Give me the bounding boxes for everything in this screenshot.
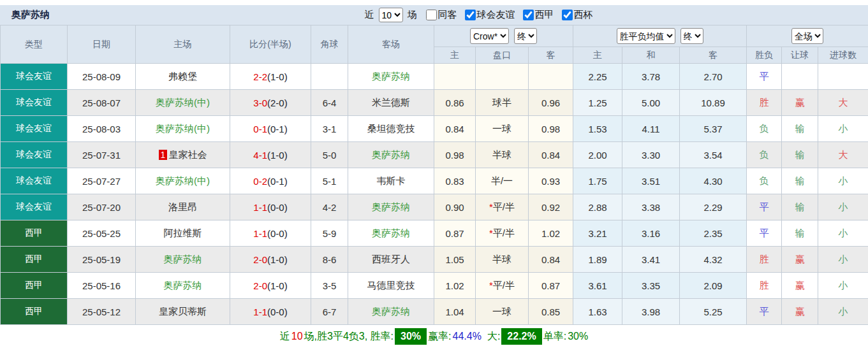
score-cell: 2-0(1-0) xyxy=(230,247,311,273)
same-venue-label: 同客 xyxy=(438,9,457,21)
filter-friendly-label: 球会友谊 xyxy=(477,9,515,21)
mean-draw-cell: 5.00 xyxy=(622,90,680,116)
result-cell: 胜 xyxy=(747,90,782,116)
fulltime-score: 4-1 xyxy=(253,150,267,161)
mean-home-cell: 1.53 xyxy=(573,116,622,142)
corners-cell xyxy=(311,64,348,90)
summary-recent-count: 10 xyxy=(291,331,303,342)
home-team-name: 奥萨苏纳 xyxy=(164,280,202,291)
match-type-cell: 球会友谊 xyxy=(1,116,68,142)
same-venue-checkbox[interactable] xyxy=(426,10,437,20)
crow-away-odds-cell: 0.93 xyxy=(529,168,573,194)
fulltime-score: 1-1 xyxy=(253,306,267,317)
score-cell: 0-1(0-1) xyxy=(230,116,311,142)
away-team-cell: 奥萨苏纳 xyxy=(348,194,434,220)
single-label: 单率: xyxy=(543,330,566,343)
table-row: 球会友谊25-07-311皇家社会4-1(1-0)5-0奥萨苏纳0.98半球0.… xyxy=(1,142,868,168)
crow-away-odds-cell xyxy=(529,64,573,90)
corners-cell: 5-1 xyxy=(311,168,348,194)
table-row: 西甲25-05-25阿拉维斯1-1(0-0)5-9奥萨苏纳0.87*平/半1.0… xyxy=(1,220,868,247)
home-team-cell: 奥萨苏纳 xyxy=(136,273,230,299)
match-type-cell: 球会友谊 xyxy=(1,168,68,194)
home-team-cell: 奥萨苏纳(中) xyxy=(136,168,230,194)
home-team-cell: 皇家贝蒂斯 xyxy=(136,299,230,325)
crow-home-odds-cell: 1.02 xyxy=(434,273,476,299)
filter-laliga-checkbox[interactable] xyxy=(523,10,534,20)
crow-away-odds-cell: 0.84 xyxy=(529,142,573,168)
odds-state-select[interactable]: 终 xyxy=(514,28,537,44)
corners-cell: 3-1 xyxy=(311,116,348,142)
crow-away-odds-cell: 0.85 xyxy=(529,299,573,325)
mean-draw-cell: 3.30 xyxy=(622,142,680,168)
table-row: 西甲25-05-12皇家贝蒂斯1-1(0-0)6-7奥萨苏纳1.04一球0.85… xyxy=(1,299,868,325)
goals-result-cell: 小 xyxy=(818,273,868,299)
table-row: 球会友谊25-07-27奥萨苏纳(中)0-2(0-1)5-1韦斯卡0.83半/一… xyxy=(1,168,868,194)
mean-away-cell: 4.30 xyxy=(680,168,747,194)
subcol-mean-home: 主 xyxy=(573,47,622,64)
mean-away-cell: 2.09 xyxy=(680,273,747,299)
corners-cell: 5-9 xyxy=(311,220,348,247)
halftime-score: (1-0) xyxy=(267,254,288,265)
goals-result-cell: 小 xyxy=(818,116,868,142)
crow-home-odds-cell: 1.04 xyxy=(434,299,476,325)
handicap-cell: 半/一 xyxy=(476,168,529,194)
col-home: 主场 xyxy=(136,25,230,64)
match-type-cell: 西甲 xyxy=(1,273,68,299)
away-team-cell: 奥萨苏纳 xyxy=(348,220,434,247)
date-cell: 25-07-20 xyxy=(68,194,136,220)
fulltime-score: 2-0 xyxy=(253,254,267,265)
table-row: 球会友谊25-08-03奥萨苏纳(中)0-1(0-1)3-1桑坦德竞技0.84一… xyxy=(1,116,868,142)
halftime-score: (1-0) xyxy=(267,150,288,161)
mean-state-select[interactable]: 终 xyxy=(680,28,703,44)
page-title: 奥萨苏纳 xyxy=(11,9,88,21)
score-cell: 2-2(1-0) xyxy=(230,64,311,90)
filter-laliga-label: 西甲 xyxy=(535,9,554,21)
star-marker: * xyxy=(489,201,493,212)
date-cell: 25-08-03 xyxy=(68,116,136,142)
crow-home-odds-cell: 0.83 xyxy=(434,168,476,194)
mean-select[interactable]: 胜平负均值 xyxy=(617,28,675,44)
table-row: 西甲25-05-19奥萨苏纳2-0(1-0)8-6西班牙人1.05半球0.841… xyxy=(1,247,868,273)
away-team-name: 桑坦德竞技 xyxy=(367,123,415,134)
corners-cell: 3-5 xyxy=(311,273,348,299)
subcol-mean-draw: 和 xyxy=(622,47,680,64)
scope-select[interactable]: 全场 xyxy=(791,28,823,44)
odds-company-select[interactable]: Crow* xyxy=(470,28,509,44)
handicap-result-cell: 输 xyxy=(782,168,818,194)
corners-cell: 6-4 xyxy=(311,90,348,116)
result-cell: 胜 xyxy=(747,273,782,299)
halftime-score: (2-0) xyxy=(267,97,288,108)
home-team-cell: 洛里昂 xyxy=(136,194,230,220)
home-team-name: 奥萨苏纳(中) xyxy=(156,97,210,108)
away-team-cell: 桑坦德竞技 xyxy=(348,116,434,142)
crow-home-odds-cell: 1.05 xyxy=(434,247,476,273)
filter-cup-checkbox[interactable] xyxy=(562,10,573,20)
home-team-name: 洛里昂 xyxy=(168,201,197,212)
mean-draw-cell: 3.98 xyxy=(622,299,680,325)
subcol-goals: 进球数 xyxy=(818,47,868,64)
away-team-name: 韦斯卡 xyxy=(377,175,406,186)
date-cell: 25-05-19 xyxy=(68,247,136,273)
handicap-result-cell: 输 xyxy=(782,220,818,247)
away-team-cell: 米兰德斯 xyxy=(348,90,434,116)
crow-away-odds-cell: 0.87 xyxy=(529,273,573,299)
away-team-cell: 马德里竞技 xyxy=(348,273,434,299)
mean-away-cell: 5.37 xyxy=(680,116,747,142)
match-type-cell: 球会友谊 xyxy=(1,90,68,116)
goals-result-cell xyxy=(818,64,868,90)
home-team-name: 弗赖堡 xyxy=(168,71,197,82)
filter-friendly-checkbox[interactable] xyxy=(465,10,476,20)
recent-count-select[interactable]: 10 xyxy=(379,8,403,22)
filter-bar: 奥萨苏纳 近 10 场 同客 球会友谊 西甲 西杯 xyxy=(0,5,868,25)
away-team-name: 奥萨苏纳 xyxy=(372,149,410,160)
handicap-cell: 球半 xyxy=(476,90,529,116)
mean-away-cell: 2.29 xyxy=(680,194,747,220)
mean-away-cell: 5.25 xyxy=(680,299,747,325)
mean-draw-cell: 4.11 xyxy=(622,116,680,142)
mean-home-cell: 3.21 xyxy=(573,220,622,247)
star-marker: * xyxy=(489,227,493,238)
goals-result-cell: 小 xyxy=(818,299,868,325)
away-team-cell: 奥萨苏纳 xyxy=(348,64,434,90)
mean-draw-cell: 3.51 xyxy=(622,168,680,194)
home-team-name: 皇家贝蒂斯 xyxy=(159,306,207,317)
